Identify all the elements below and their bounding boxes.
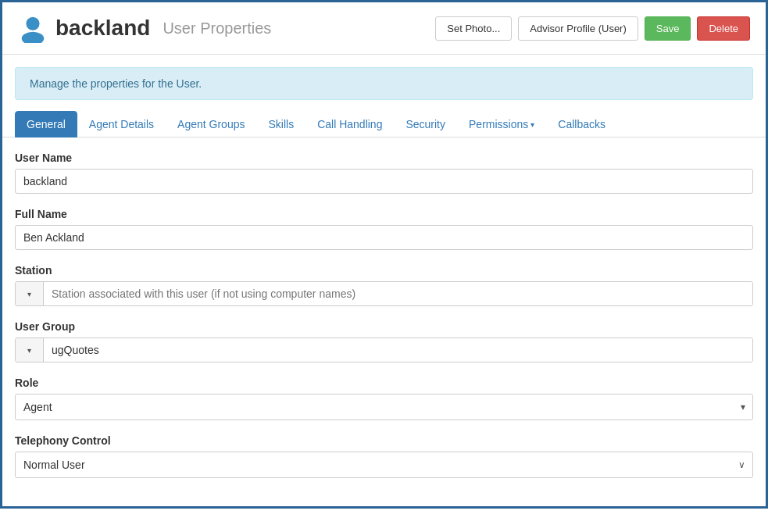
tab-callbacks[interactable]: Callbacks: [546, 111, 617, 137]
tab-general[interactable]: General: [15, 111, 77, 137]
usergroup-dropdown-button[interactable]: ▾: [16, 338, 44, 362]
role-label: Role: [15, 377, 753, 389]
telephony-select[interactable]: Normal User Advanced User Supervisor: [15, 452, 753, 478]
telephony-select-wrapper: Normal User Advanced User Supervisor ∨: [15, 452, 753, 478]
chevron-down-icon: ▾: [27, 346, 31, 355]
chevron-down-icon: ▾: [530, 120, 534, 129]
header-actions: Set Photo... Advisor Profile (User) Save…: [435, 16, 750, 41]
chevron-down-icon: ▾: [27, 290, 31, 298]
tab-agent-details[interactable]: Agent Details: [77, 111, 166, 137]
usergroup-input[interactable]: [44, 338, 752, 362]
advisor-profile-button[interactable]: Advisor Profile (User): [518, 16, 638, 41]
username-input[interactable]: [15, 169, 753, 194]
telephony-group: Telephony Control Normal User Advanced U…: [15, 434, 753, 478]
tab-agent-groups[interactable]: Agent Groups: [166, 111, 256, 137]
telephony-label: Telephony Control: [15, 434, 753, 447]
header: backland User Properties Set Photo... Ad…: [2, 2, 766, 55]
info-message: Manage the properties for the User.: [30, 77, 202, 90]
fullname-input[interactable]: [15, 225, 753, 250]
station-input-wrapper: ▾: [15, 281, 753, 306]
station-label: Station: [15, 264, 753, 277]
app-username: backland: [55, 16, 150, 41]
usergroup-group: User Group ▾: [15, 320, 753, 362]
user-icon: [18, 13, 48, 43]
tab-call-handling[interactable]: Call Handling: [305, 111, 394, 137]
svg-point-0: [26, 17, 39, 30]
tab-permissions[interactable]: Permissions ▾: [457, 111, 546, 137]
info-bar: Manage the properties for the User.: [15, 67, 753, 100]
usergroup-input-wrapper: ▾: [15, 337, 753, 362]
role-select[interactable]: Agent Supervisor Administrator: [15, 394, 753, 420]
save-button[interactable]: Save: [645, 16, 691, 41]
station-input[interactable]: [44, 282, 752, 305]
usergroup-label: User Group: [15, 320, 753, 333]
username-label: User Name: [15, 152, 753, 164]
set-photo-button[interactable]: Set Photo...: [435, 16, 512, 41]
header-left: backland User Properties: [18, 13, 426, 43]
tab-skills[interactable]: Skills: [256, 111, 305, 137]
tab-permissions-label: Permissions: [469, 118, 528, 130]
form-area: User Name Full Name Station ▾ User Group…: [2, 137, 766, 506]
role-select-wrapper: Agent Supervisor Administrator ▾: [15, 394, 753, 420]
page-subtitle: User Properties: [163, 20, 271, 37]
station-group: Station ▾: [15, 264, 753, 306]
svg-point-1: [22, 32, 45, 43]
fullname-label: Full Name: [15, 208, 753, 220]
tabs-nav: General Agent Details Agent Groups Skill…: [2, 100, 766, 137]
fullname-group: Full Name: [15, 208, 753, 250]
tab-security[interactable]: Security: [394, 111, 457, 137]
role-group: Role Agent Supervisor Administrator ▾: [15, 377, 753, 420]
username-group: User Name: [15, 152, 753, 194]
delete-button[interactable]: Delete: [697, 16, 750, 41]
station-dropdown-button[interactable]: ▾: [16, 282, 44, 305]
